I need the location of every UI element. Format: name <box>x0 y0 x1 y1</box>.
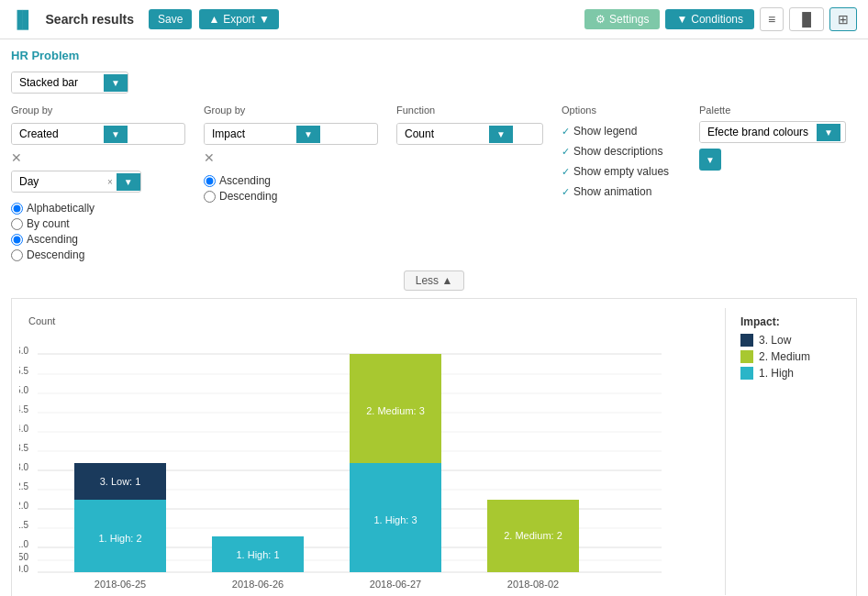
save-button[interactable]: Save <box>149 9 192 29</box>
radio-alphabetically-input[interactable] <box>11 203 23 215</box>
menu-button[interactable]: ≡ <box>760 7 784 31</box>
chart-type-select[interactable]: Stacked bar Bar Line Pie <box>12 72 104 93</box>
group-by-1-sub-select[interactable]: Day Week Month <box>12 171 104 192</box>
group-by-1-select[interactable]: Created Modified Status <box>12 124 104 144</box>
legend-color-low <box>740 334 753 347</box>
group-by-2-arrow[interactable]: ▼ <box>296 126 320 143</box>
svg-text:2.5: 2.5 <box>19 481 28 491</box>
group-by-1-label: Group by <box>11 105 185 116</box>
svg-text:1.0: 1.0 <box>19 539 28 549</box>
chart-type-selector[interactable]: Stacked bar Bar Line Pie ▼ <box>11 72 128 94</box>
legend-title: Impact: <box>740 315 838 328</box>
radio-descending-1[interactable]: Descending <box>11 248 185 261</box>
chart-type-row: Stacked bar Bar Line Pie ▼ <box>11 72 857 94</box>
legend-item-medium: 2. Medium <box>740 350 838 363</box>
group-by-1: Group by Created Modified Status ▼ ✕ Day… <box>11 105 185 261</box>
settings-button[interactable]: ⚙ Settings <box>584 9 660 29</box>
option-show-animation: ✓ Show animation <box>562 185 681 198</box>
y-axis-label: Count <box>28 315 55 326</box>
svg-text:6.0: 6.0 <box>19 346 28 356</box>
chart-container: Count 6.0 5.5 5.0 4.5 4.0 3.5 3.0 2.5 2.… <box>11 298 857 596</box>
option-show-empty: ✓ Show empty values <box>562 165 681 178</box>
section-title: HR Problem <box>11 49 857 62</box>
radio-alphabetically[interactable]: Alphabetically <box>11 202 185 215</box>
bar-1-low-label: 3. Low: 1 <box>100 476 141 487</box>
grid-view-button[interactable]: ⊞ <box>829 7 857 31</box>
legend-label-high: 1. High <box>759 367 794 380</box>
palette-select[interactable]: Efecte brand colours Default <box>700 122 817 142</box>
bar-view-button[interactable]: ▐▌ <box>789 7 824 31</box>
export-button[interactable]: ▲ Export ▼ <box>199 9 278 29</box>
bar-3-medium-label: 2. Medium: 3 <box>366 405 425 416</box>
conditions-button[interactable]: ▼ Conditions <box>665 9 754 29</box>
top-bar: ▐▌ Search results Save ▲ Export ▼ ⚙ Sett… <box>0 0 868 39</box>
function-select[interactable]: Count Sum Average <box>397 124 489 144</box>
palette-arrow[interactable]: ▼ <box>817 124 840 141</box>
chart-type-arrow[interactable]: ▼ <box>104 74 128 92</box>
radio-descending-2[interactable]: Descending <box>204 190 378 203</box>
x-label-2: 2018-06-26 <box>232 579 284 590</box>
radio-by-count-input[interactable] <box>11 218 23 230</box>
x-label-1: 2018-06-25 <box>95 579 146 590</box>
options-group: Options ✓ Show legend ✓ Show description… <box>562 105 681 200</box>
gear-icon: ⚙ <box>595 13 606 26</box>
bar-4-medium-label: 2. Medium: 2 <box>504 530 562 541</box>
bar-3-high-label: 1. High: 3 <box>373 514 417 525</box>
x-label-3: 2018-06-27 <box>370 579 421 590</box>
radio-ascending-2-input[interactable] <box>204 175 216 187</box>
radio-ascending-1-input[interactable] <box>11 234 23 246</box>
menu-icon: ≡ <box>768 12 775 27</box>
radio-ascending-1[interactable]: Ascending <box>11 233 185 246</box>
function-selector[interactable]: Count Sum Average ▼ <box>396 123 543 145</box>
svg-text:5.0: 5.0 <box>19 385 28 395</box>
svg-text:5.5: 5.5 <box>19 366 28 376</box>
radio-descending-2-input[interactable] <box>204 191 216 203</box>
sub-remove-icon[interactable]: × <box>104 177 117 187</box>
logo-icon: ▐▌ <box>11 10 35 29</box>
svg-text:0.50: 0.50 <box>19 552 28 562</box>
radio-by-count-label: By count <box>27 217 70 230</box>
palette-label: Palette <box>699 105 846 116</box>
content-area: HR Problem Stacked bar Bar Line Pie ▼ Gr… <box>0 39 868 596</box>
radio-alphabetically-label: Alphabetically <box>27 202 95 215</box>
check-show-descriptions: ✓ <box>562 146 570 158</box>
palette-selector[interactable]: Efecte brand colours Default ▼ <box>699 121 846 143</box>
group-by-2-select[interactable]: Impact Status Priority <box>205 124 296 144</box>
group-by-2-selector[interactable]: Impact Status Priority ▼ <box>204 123 378 145</box>
group-by-2-remove[interactable]: ✕ <box>204 150 378 165</box>
less-button[interactable]: Less ▲ <box>404 270 465 291</box>
option-show-animation-label: Show animation <box>573 185 651 198</box>
chart-svg: Count 6.0 5.5 5.0 4.5 4.0 3.5 3.0 2.5 2.… <box>19 308 707 592</box>
chart-area: Count 6.0 5.5 5.0 4.5 4.0 3.5 3.0 2.5 2.… <box>19 308 721 595</box>
legend-color-high <box>740 367 753 380</box>
svg-text:4.0: 4.0 <box>19 424 28 434</box>
group-by-1-selector[interactable]: Created Modified Status ▼ <box>11 123 185 145</box>
group-by-1-remove[interactable]: ✕ <box>11 150 185 165</box>
svg-text:4.5: 4.5 <box>19 404 28 414</box>
group-by-1-sub-selector[interactable]: Day Week Month × ▼ <box>11 171 141 193</box>
svg-text:2.0: 2.0 <box>19 501 28 511</box>
legend-item-low: 3. Low <box>740 334 838 347</box>
check-show-legend: ✓ <box>562 126 570 138</box>
radio-descending-1-input[interactable] <box>11 249 23 261</box>
function-group: Function Count Sum Average ▼ <box>396 105 543 145</box>
group-by-2: Group by Impact Status Priority ▼ ✕ Asce… <box>204 105 378 203</box>
radio-ascending-2[interactable]: Ascending <box>204 174 378 187</box>
top-bar-right: ⚙ Settings ▼ Conditions ≡ ▐▌ ⊞ <box>584 7 857 31</box>
bar-1-high-label: 1. High: 2 <box>98 533 141 544</box>
group-by-1-arrow[interactable]: ▼ <box>104 126 128 143</box>
group-by-1-sub-arrow[interactable]: ▼ <box>117 173 140 191</box>
function-label: Function <box>396 105 543 116</box>
svg-text:1.5: 1.5 <box>19 520 28 530</box>
options-label: Options <box>562 105 681 116</box>
bar-2-high-label: 1. High: 1 <box>236 549 279 560</box>
radio-ascending-2-label: Ascending <box>219 174 271 187</box>
radio-by-count[interactable]: By count <box>11 217 185 230</box>
page-title: Search results <box>46 12 135 27</box>
function-arrow[interactable]: ▼ <box>489 126 513 143</box>
palette-sub-arrow[interactable]: ▼ <box>699 149 721 171</box>
sort-options-2: Ascending Descending <box>204 174 378 203</box>
option-show-empty-label: Show empty values <box>573 165 669 178</box>
option-show-legend-label: Show legend <box>573 125 637 138</box>
check-show-animation: ✓ <box>562 186 570 198</box>
